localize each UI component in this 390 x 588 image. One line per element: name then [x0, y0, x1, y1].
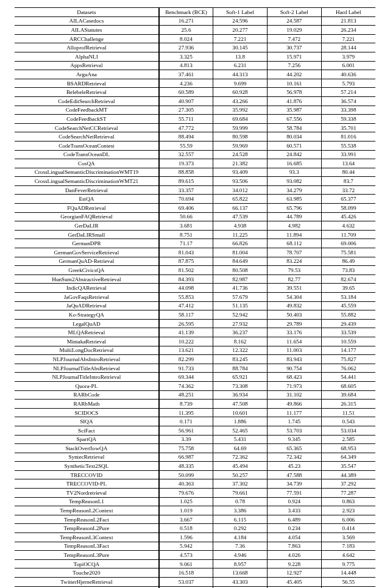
cell-value: 24.587	[267, 16, 321, 26]
cell-value: 4.813	[159, 61, 213, 70]
cell-value: 47.588	[267, 470, 321, 479]
results-table: Datasets Benchmark (BCE) Soft-1 Label So…	[15, 7, 375, 588]
cell-value: 75.827	[321, 355, 375, 364]
cell-value: 26.595	[159, 319, 213, 328]
cell-value: 36.934	[213, 390, 268, 400]
cell-value: 8.024	[159, 34, 213, 43]
cell-value: 31.102	[267, 390, 321, 400]
dataset-name: MultiLongDocRetrieval	[15, 346, 159, 355]
cell-value: 11.395	[159, 408, 213, 417]
cell-value: 33.398	[321, 106, 375, 115]
table-row: CodeFeedbackMT27.30535.99235.98733.398	[15, 106, 375, 115]
cell-value: 64.349	[321, 453, 375, 462]
cell-value: 13.64	[321, 159, 375, 168]
cell-value: 37.461	[159, 70, 213, 79]
cell-value: 37.292	[321, 479, 375, 489]
cell-value: 70.694	[159, 195, 213, 204]
table-row: GermanGovServiceRetrieval81.04381.00478.…	[15, 248, 375, 257]
cell-value: 81.016	[321, 132, 375, 142]
dataset-name: CodeEditSearchRetrieval	[15, 96, 159, 106]
dataset-name: SIQA	[15, 417, 159, 426]
dataset-name: SCIDOCS	[15, 408, 159, 417]
cell-value: 82.77	[267, 274, 321, 284]
cell-value: 0.414	[321, 524, 375, 533]
cell-value: 8.957	[213, 559, 268, 568]
dataset-name: AILACasedocs	[15, 16, 159, 26]
cell-value: 16.685	[267, 159, 321, 168]
cell-value: 73.308	[213, 381, 268, 390]
cell-value: 10.222	[159, 337, 213, 346]
cell-value: 58.784	[267, 123, 321, 132]
cell-value: 57.679	[213, 293, 268, 302]
cell-value: 55.853	[159, 293, 213, 302]
dataset-name: JaGovFaqsRetrieval	[15, 293, 159, 302]
cell-value: 3.979	[321, 52, 375, 61]
cell-value: 43.266	[213, 96, 268, 106]
cell-value: 6.006	[321, 515, 375, 524]
table-row: SIQA0.1711.8861.7450.543	[15, 417, 375, 426]
cell-value: 69.684	[213, 115, 268, 124]
cell-value: 7.863	[267, 542, 321, 551]
cell-value: 4.184	[213, 533, 268, 542]
cell-value: 29.439	[321, 319, 375, 328]
table-row: Ko-StrategyQA58.11752.94250.40355.882	[15, 310, 375, 320]
cell-value: 84.393	[159, 274, 213, 284]
cell-value: 12.927	[267, 568, 321, 578]
dataset-name: DanFeverRetrieval	[15, 185, 159, 195]
table-row: GermanDPR71.1766.82668.11269.006	[15, 239, 375, 248]
cell-value: 35.701	[321, 123, 375, 132]
cell-value: 24.528	[213, 150, 268, 159]
cell-value: 93.409	[213, 168, 268, 177]
dataset-name: TempReasonL2Context	[15, 506, 159, 515]
cell-value: 83.943	[267, 355, 321, 364]
cell-value: 3.39	[159, 435, 213, 444]
cell-value: 0.924	[267, 497, 321, 506]
table-row: MintakaRetrieval10.2228.16211.65410.559	[15, 337, 375, 346]
dataset-name: Touche2020	[15, 568, 159, 578]
cell-value: 82.674	[321, 274, 375, 284]
table-row: TRECCOVID50.09950.25747.58844.389	[15, 470, 375, 479]
cell-value: 49.832	[267, 301, 321, 310]
dataset-name: BSARDRetrieval	[15, 79, 159, 88]
cell-value: 73.83	[321, 266, 375, 275]
dataset-name: AILAStatutes	[15, 26, 159, 35]
dataset-name: HunSum2AbstractiveRetrieval	[15, 274, 159, 284]
dataset-name: GeorgianFAQRetrieval	[15, 212, 159, 221]
cell-value: 0.292	[213, 524, 268, 533]
cell-value: 43.303	[213, 578, 268, 587]
table-row: AlphaNLI3.32513.815.9713.979	[15, 52, 375, 61]
cell-value: 83.7	[321, 177, 375, 186]
cell-value: 34.739	[267, 479, 321, 489]
cell-value: 10.601	[213, 408, 268, 417]
cell-value: 14.448	[321, 568, 375, 578]
col-soft1: Soft-1 Label	[213, 8, 268, 17]
dataset-name: CodeSearchNetCCRetrieval	[15, 123, 159, 132]
cell-value: 54.304	[267, 293, 321, 302]
cell-value: 52.465	[213, 426, 268, 435]
dataset-name: GreekCivicsQA	[15, 266, 159, 275]
cell-value: 65.365	[267, 444, 321, 453]
table-row: TempReasonL3Pure4.5734.9464.0264.642	[15, 551, 375, 560]
cell-value: 53.703	[267, 426, 321, 435]
cell-value: 27.936	[159, 43, 213, 52]
table-row: TempReasonL2Context1.0193.3863.4332.923	[15, 506, 375, 515]
cell-value: 14.177	[321, 346, 375, 355]
cell-value: 50.403	[267, 310, 321, 320]
cell-value: 19.029	[267, 26, 321, 35]
cell-value: 93.082	[267, 177, 321, 186]
cell-value: 40.907	[159, 96, 213, 106]
table-row: TempReasonL3Fact5.9427.367.8637.183	[15, 542, 375, 551]
table-row: CodeTransOceanContest55.5959.96960.57155…	[15, 141, 375, 150]
cell-value: 21.382	[213, 159, 268, 168]
table-row: LegalQuAD26.59527.93229.78929.439	[15, 319, 375, 328]
cell-value: 41.876	[267, 96, 321, 106]
cell-value: 8.751	[159, 230, 213, 239]
dataset-name: GermanDPR	[15, 239, 159, 248]
table-row: TV2Nordretrieval79.67679.66177.59177.287	[15, 489, 375, 498]
cell-value: 80.44	[321, 168, 375, 177]
cell-value: 45.494	[213, 462, 268, 471]
cell-value: 11.177	[267, 408, 321, 417]
cell-value: 65.921	[213, 373, 268, 382]
dataset-name: TRECCOVID	[15, 470, 159, 479]
table-row: FQuADRetrieval69.40666.13765.79658.099	[15, 204, 375, 213]
